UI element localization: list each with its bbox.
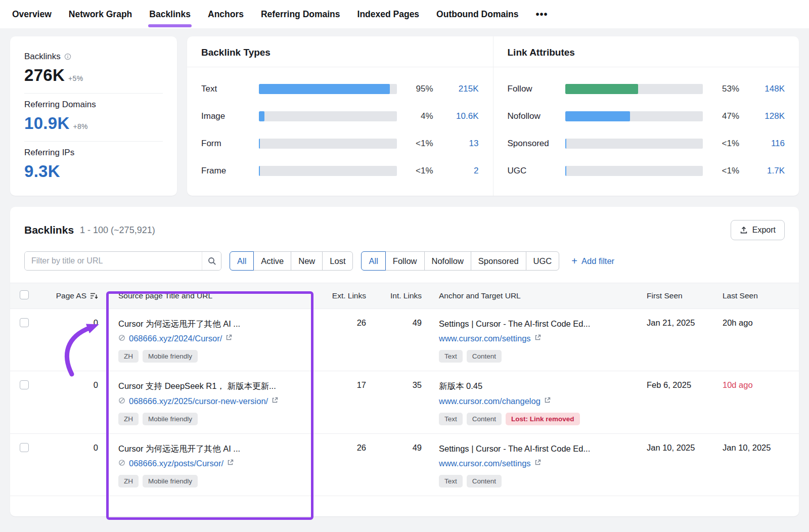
ext-links-value: 26	[323, 443, 368, 453]
target-url-link[interactable]: www.cursor.com/settings	[439, 333, 531, 344]
source-url-link[interactable]: 068666.xyz/posts/Cursor/	[129, 458, 223, 469]
slashed-leaf-icon	[118, 397, 125, 404]
table-row: 0 Cursor 为何远远甩开了其他 AI ... 068666.xyz/pos…	[10, 434, 799, 496]
column-last-seen[interactable]: Last Seen	[709, 291, 799, 300]
ext-links-value: 17	[323, 380, 368, 390]
status-filter-all[interactable]: All	[230, 251, 254, 271]
tab-anchors[interactable]: Anchors	[208, 1, 244, 28]
metric-label: Referring IPs	[24, 148, 74, 158]
tab-referring-domains[interactable]: Referring Domains	[261, 1, 340, 28]
page-as-value: 0	[41, 380, 106, 390]
column-ext-links[interactable]: Ext. Links	[323, 291, 368, 300]
metric-referring-ips: Referring IPs 9.3K	[24, 142, 163, 189]
bar-row-follow: Follow 53% 148K	[508, 75, 785, 103]
row-checkbox[interactable]	[20, 318, 29, 327]
mobile-friendly-badge: Mobile friendly	[143, 475, 198, 487]
bar-track	[565, 139, 703, 149]
bar-fill	[565, 139, 566, 149]
external-link-icon[interactable]	[272, 397, 278, 404]
page-as-value: 0	[41, 318, 106, 328]
sort-icon[interactable]	[90, 292, 98, 299]
tab-backlinks[interactable]: Backlinks	[149, 1, 191, 28]
bar-label: Nofollow	[508, 111, 558, 121]
plus-icon: +	[571, 256, 577, 266]
bar-count-link[interactable]: 13	[440, 139, 479, 149]
row-checkbox[interactable]	[20, 380, 29, 389]
column-source[interactable]: Source page Title and URL	[106, 291, 323, 300]
bar-count-link[interactable]: 116	[746, 139, 785, 149]
bar-track	[259, 84, 397, 94]
status-filter-active[interactable]: Active	[253, 251, 291, 271]
tab-outbound-domains[interactable]: Outbound Domains	[436, 1, 518, 28]
export-button[interactable]: Export	[731, 220, 785, 240]
tab-overview[interactable]: Overview	[12, 1, 52, 28]
bar-count-link[interactable]: 128K	[746, 111, 785, 121]
summary-card: Backlinks 276K+5% Referring Domains 10.9…	[10, 36, 177, 196]
bar-track	[259, 166, 397, 176]
external-link-icon[interactable]	[544, 397, 551, 404]
select-all-checkbox[interactable]	[20, 290, 29, 299]
bar-percent: <1%	[710, 139, 739, 149]
target-url-link[interactable]: www.cursor.com/changelog	[439, 395, 541, 407]
backlinks-table-card: Backlinks 1 - 100 (~275,921) Export All …	[10, 207, 799, 516]
status-filter-lost[interactable]: Lost	[322, 251, 353, 271]
bar-label: Sponsored	[508, 139, 558, 149]
external-link-icon[interactable]	[534, 459, 541, 466]
info-icon[interactable]	[64, 53, 71, 60]
metric-delta: +8%	[73, 122, 88, 130]
bar-track	[565, 111, 703, 121]
mobile-friendly-badge: Mobile friendly	[143, 350, 198, 363]
bar-track	[259, 111, 397, 121]
target-url-link[interactable]: www.cursor.com/settings	[439, 458, 531, 469]
bar-count-link[interactable]: 10.6K	[440, 111, 479, 121]
source-url-link[interactable]: 068666.xyz/2025/cursor-new-version/	[129, 395, 268, 407]
bar-count-link[interactable]: 148K	[746, 84, 785, 94]
external-link-icon[interactable]	[227, 459, 234, 466]
anchor-title: 新版本 0.45	[439, 380, 621, 391]
attr-filter-all[interactable]: All	[361, 251, 385, 271]
page-as-value: 0	[41, 443, 106, 453]
external-link-icon[interactable]	[534, 334, 541, 341]
first-seen-value: Jan 21, 2025	[634, 318, 709, 328]
attr-filter-sponsored[interactable]: Sponsored	[471, 251, 526, 271]
table-row: 0 Cursor 为何远远甩开了其他 AI ... 068666.xyz/202…	[10, 309, 799, 371]
column-int-links[interactable]: Int. Links	[368, 291, 424, 300]
table-range: 1 - 100 (~275,921)	[80, 225, 155, 236]
bar-count-link[interactable]: 215K	[440, 84, 479, 94]
link-attributes-panel: Link Attributes Follow 53% 148K Nofollow…	[493, 36, 799, 196]
attr-filter-follow[interactable]: Follow	[385, 251, 425, 271]
int-links-value: 35	[368, 380, 424, 390]
bar-count-link[interactable]: 2	[440, 166, 479, 176]
column-page-as[interactable]: Page AS	[41, 291, 106, 300]
more-tabs-icon[interactable]: •••	[535, 9, 548, 20]
status-filter-new[interactable]: New	[291, 251, 323, 271]
bar-fill	[565, 111, 630, 121]
metric-value[interactable]: 10.9K+8%	[24, 114, 163, 133]
metric-referring-domains: Referring Domains 10.9K+8%	[24, 94, 163, 142]
row-checkbox[interactable]	[20, 443, 29, 452]
bar-count-link[interactable]: 1.7K	[746, 166, 785, 176]
tab-network-graph[interactable]: Network Graph	[69, 1, 132, 28]
column-first-seen[interactable]: First Seen	[634, 291, 709, 300]
mobile-friendly-badge: Mobile friendly	[143, 413, 198, 425]
metric-backlinks: Backlinks 276K+5%	[24, 46, 163, 94]
bar-track	[259, 139, 397, 149]
external-link-icon[interactable]	[226, 334, 232, 341]
column-anchor[interactable]: Anchor and Target URL	[424, 291, 634, 300]
bar-row-sponsored: Sponsored <1% 116	[508, 130, 785, 157]
source-url-link[interactable]: 068666.xyz/2024/Cursor/	[129, 333, 222, 344]
attr-filter-nofollow[interactable]: Nofollow	[424, 251, 471, 271]
bar-row-ugc: UGC <1% 1.7K	[508, 157, 785, 185]
lost-link-badge: Lost: Link removed	[506, 413, 580, 425]
metric-value[interactable]: 9.3K	[24, 162, 163, 181]
panel-title: Link Attributes	[493, 36, 799, 67]
tab-indexed-pages[interactable]: Indexed Pages	[357, 1, 420, 28]
int-links-value: 49	[368, 443, 424, 453]
bar-fill	[259, 111, 264, 121]
attr-filter-ugc[interactable]: UGC	[526, 251, 560, 271]
metric-label: Backlinks	[24, 52, 61, 62]
add-filter-label: Add filter	[581, 256, 614, 266]
add-filter-button[interactable]: + Add filter	[571, 256, 614, 266]
filter-search-input[interactable]	[25, 252, 202, 270]
search-icon[interactable]	[202, 252, 221, 270]
